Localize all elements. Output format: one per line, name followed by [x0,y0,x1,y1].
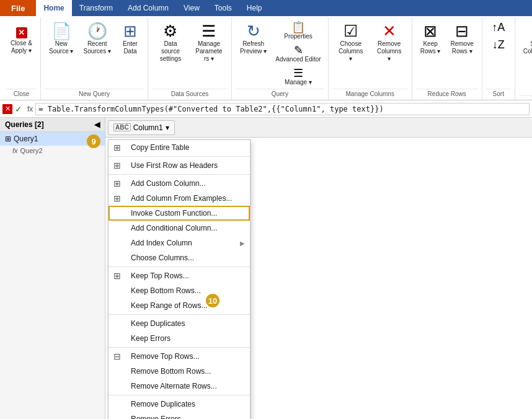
choose-columns-button[interactable]: ☑ ChooseColumns ▾ [332,20,370,66]
close-apply-button[interactable]: ✕ Close &Apply ▾ [6,20,37,58]
column-header-cell[interactable]: ABC Column1 ▾ [108,120,175,135]
remove-rows-label: RemoveRows ▾ [451,40,474,55]
keep-rows-button[interactable]: ⊠ KeepRows ▾ [416,20,445,58]
new-source-button[interactable]: 📄 NewSource ▾ [45,20,78,58]
tab-home[interactable]: Home [36,0,71,16]
ctx-add-custom-column[interactable]: ⊞ Add Custom Column... [109,176,250,191]
fx-label: fx [27,105,33,113]
ctx-add-custom-icon: ⊞ [113,179,121,188]
ctx-remove-alternate-rows[interactable]: Remove Alternate Rows... [109,379,250,394]
sort-asc-icon: ↑A [492,22,505,33]
ctx-separator-5 [109,347,250,348]
ctx-remove-errors[interactable]: Remove Errors [109,412,250,419]
tab-help[interactable]: Help [239,0,270,16]
ribbon-group-reduce-rows-items: ⊠ KeepRows ▾ ⊟ RemoveRows ▾ [416,20,478,87]
query2-fx-icon: fx [12,147,18,154]
manage-parameters-icon: ☰ [202,23,216,39]
ctx-invoke-custom-function[interactable]: Invoke Custom Function... [109,206,250,221]
ribbon-group-sort: ↑A ↓Z Sort [482,17,515,100]
manage-button[interactable]: ☰ Manage ▾ [272,66,324,87]
split-column-button[interactable]: ⧸ SplitColumn ▾ [519,20,532,58]
tab-bar: File Home Transform Add Column View Tool… [0,0,532,16]
ribbon: ✕ Close &Apply ▾ Close 📄 NewSource ▾ 🕐 R… [0,16,532,100]
recent-sources-icon: 🕐 [87,23,107,39]
data-source-settings-label: Data sourcesettings [156,40,185,63]
enter-data-button[interactable]: ⊞ EnterData [117,20,144,58]
close-apply-label: Close &Apply ▾ [11,40,32,55]
tab-view[interactable]: View [176,0,207,16]
ctx-separator-6 [109,395,250,395]
ribbon-group-manage-columns-label: Manage Columns [332,89,408,99]
advanced-editor-label: Advanced Editor [275,56,321,63]
ribbon-group-data-sources: ⚙ Data sourcesettings ☰ ManageParameters… [148,17,232,100]
ctx-remove-bottom-rows[interactable]: Remove Bottom Rows... [109,364,250,379]
ctx-keep-bottom-rows[interactable]: Keep Bottom Rows... [109,283,250,298]
refresh-preview-button[interactable]: ↻ RefreshPreview ▾ [236,20,271,58]
ribbon-group-new-query-label: New Query [45,89,144,99]
ribbon-group-sort-label: Sort [486,89,511,99]
sort-desc-icon: ↓Z [492,39,505,50]
ctx-add-column-from-examples[interactable]: ⊞ Add Column From Examples... [109,191,250,206]
ctx-choose-columns[interactable]: Choose Columns... [109,250,250,265]
tab-transform[interactable]: Transform [72,0,120,16]
ribbon-group-manage-columns: ☑ ChooseColumns ▾ ✕ RemoveColumns ▾ Mana… [329,17,412,100]
sort-asc-button[interactable]: ↑A [486,20,511,35]
remove-rows-button[interactable]: ⊟ RemoveRows ▾ [446,20,478,58]
ctx-add-column-from-examples-icon: ⊞ [113,193,121,203]
ribbon-group-reduce-rows: ⊠ KeepRows ▾ ⊟ RemoveRows ▾ Reduce Rows [412,17,482,100]
badge-9: 9 [87,135,100,148]
ctx-remove-top-rows-icon: ⊟ [113,351,121,361]
ribbon-group-query-label: Query [236,89,324,99]
remove-columns-label: RemoveColumns ▾ [375,40,404,63]
properties-label: Properties [284,33,313,40]
query1-icon: ⊞ [5,135,11,143]
manage-label: Manage ▾ [285,79,312,86]
refresh-preview-label: RefreshPreview ▾ [240,40,267,55]
remove-columns-icon: ✕ [383,23,396,39]
context-menu: ⊞ Copy Entire Table ⊞ Use First Row as H… [108,139,250,419]
advanced-editor-button[interactable]: ✎ Advanced Editor [272,43,324,64]
ctx-remove-duplicates[interactable]: Remove Duplicates [109,397,250,412]
sidebar-collapse-button[interactable]: ◀ [94,120,100,129]
keep-rows-icon: ⊠ [423,23,437,39]
manage-parameters-label: ManageParameters ▾ [195,40,223,63]
query2-label: Query2 [20,147,43,154]
ctx-keep-errors[interactable]: Keep Errors [109,331,250,346]
column-type-icon: ABC [113,123,131,131]
ctx-copy-table[interactable]: ⊞ Copy Entire Table [109,140,250,155]
ctx-keep-top-rows[interactable]: ⊞ Keep Top Rows... [109,268,250,283]
formula-cancel-button[interactable]: ✕ [2,104,12,114]
ctx-keep-duplicates[interactable]: Keep Duplicates [109,316,250,331]
sidebar: Queries [2] ◀ ⊞ Query1 9 fx Query2 [0,118,105,419]
tab-file[interactable]: File [0,0,36,16]
ctx-keep-range-of-rows[interactable]: Keep Range of Rows... [109,298,250,313]
keep-rows-label: KeepRows ▾ [420,40,441,55]
formula-input[interactable] [35,103,530,115]
ctx-add-index-column[interactable]: Add Index Column [109,236,250,250]
choose-columns-label: ChooseColumns ▾ [337,40,365,63]
ribbon-group-data-sources-items: ⚙ Data sourcesettings ☰ ManageParameters… [152,20,228,87]
ctx-use-first-row[interactable]: ⊞ Use First Row as Headers [109,158,250,173]
column-dropdown-icon[interactable]: ▾ [166,123,169,132]
ctx-add-conditional-column[interactable]: Add Conditional Column... [109,221,250,236]
formula-confirm-button[interactable]: ✓ [14,104,24,114]
recent-sources-label: RecentSources ▾ [83,40,110,55]
remove-columns-button[interactable]: ✕ RemoveColumns ▾ [371,20,408,66]
manage-parameters-button[interactable]: ☰ ManageParameters ▾ [190,20,228,66]
ribbon-group-new-query-items: 📄 NewSource ▾ 🕐 RecentSources ▾ ⊞ EnterD… [45,20,144,87]
ribbon-group-data-sources-label: Data Sources [152,89,228,99]
remove-rows-icon: ⊟ [455,23,469,39]
properties-button[interactable]: 📋 Properties [272,20,324,42]
sidebar-title: Queries [2] [5,120,44,129]
recent-sources-button[interactable]: 🕐 RecentSources ▾ [79,20,115,58]
tab-add-column[interactable]: Add Column [120,0,176,16]
ribbon-group-split-column-label [519,95,532,99]
ctx-separator-2 [109,174,250,175]
sidebar-item-query2[interactable]: fx Query2 [0,146,105,156]
ribbon-group-query: ↻ RefreshPreview ▾ 📋 Properties ✎ Advanc… [232,17,329,100]
data-source-settings-button[interactable]: ⚙ Data sourcesettings [152,20,189,66]
ctx-remove-top-rows[interactable]: ⊟ Remove Top Rows... [109,349,250,364]
tab-tools[interactable]: Tools [207,0,239,16]
sort-desc-button[interactable]: ↓Z [486,37,511,52]
new-source-label: NewSource ▾ [49,40,73,55]
